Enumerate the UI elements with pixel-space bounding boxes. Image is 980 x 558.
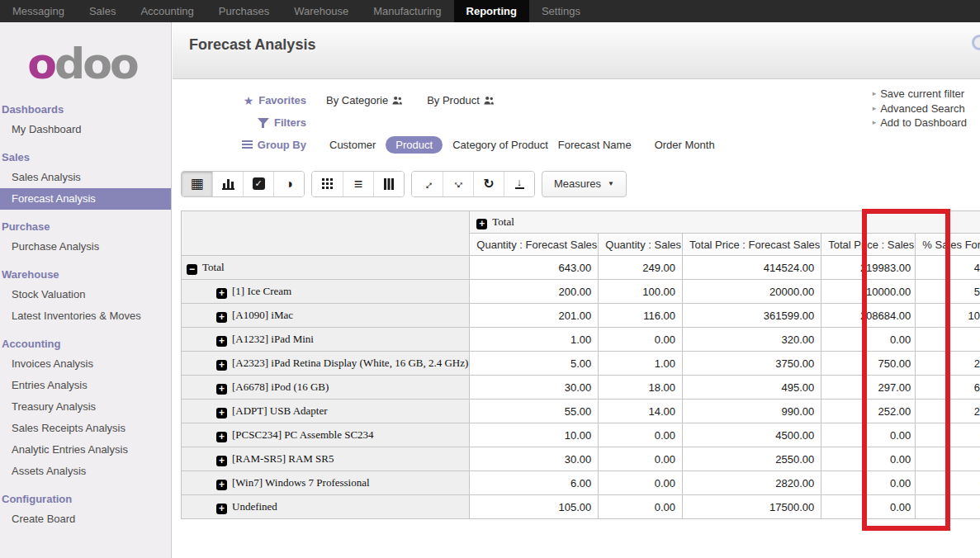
pivot-value-cell: 20.00 — [916, 352, 980, 376]
expand-row-icon[interactable]: + — [216, 456, 227, 466]
link-save-current-filter[interactable]: ▸Save current filter — [873, 87, 967, 102]
pivot-value-cell: 5.00 — [470, 352, 599, 376]
pivot-column-header-total-price-forecast-sales[interactable]: Total Price : Forecast Sales — [683, 234, 821, 256]
pivot-row-label[interactable]: [ADPT] USB Adapter — [232, 404, 328, 417]
table-icon: ▦ — [190, 177, 203, 191]
pivot-column-header-quantity-forecast-sales[interactable]: Quantity : Forecast Sales — [470, 234, 599, 256]
sidebar-item-treasury-analysis[interactable]: Treasury Analysis — [0, 396, 171, 418]
groupby-option-order-month[interactable]: Order Month — [655, 139, 715, 151]
sidebar-item-entries-analysis[interactable]: Entries Analysis — [0, 375, 171, 396]
expand-row-icon[interactable]: + — [216, 432, 227, 442]
pivot-row-label[interactable]: Total — [202, 261, 225, 273]
sidebar-item-forecast-analysis[interactable]: Forecast Analysis — [0, 188, 171, 210]
nav-item-manufacturing[interactable]: Manufacturing — [361, 0, 453, 22]
pivot-row-label[interactable]: [A2323] iPad Retina Display (White, 16 G… — [232, 357, 468, 369]
pivot-value-cell: 30.00 — [470, 447, 599, 471]
link-label: Save current filter — [880, 87, 964, 102]
expand-button[interactable]: ↔ — [412, 172, 443, 196]
link-advanced-search[interactable]: ▸Advanced Search — [873, 102, 967, 116]
pivot-row-header: +[1] Ice Cream — [182, 280, 470, 304]
pivot-value-cell: 1.00 — [599, 352, 683, 376]
refresh-button[interactable]: ↻ — [473, 172, 504, 196]
toolbar-group-layout-switcher: ≡ — [311, 171, 405, 197]
pivot-value-cell: 6.00 — [470, 471, 599, 495]
pivot-row-label[interactable]: [1] Ice Cream — [232, 285, 291, 297]
nav-item-messaging[interactable]: Messaging — [0, 0, 77, 22]
groupby-option-forecast-name[interactable]: Forecast Name — [558, 139, 632, 151]
pivot-row-label[interactable]: [A6678] iPod (16 GB) — [232, 381, 329, 393]
nav-item-reporting[interactable]: Reporting — [454, 0, 529, 22]
favorite-filter-by-categorie[interactable]: By Categorie — [326, 94, 402, 106]
expand-row-icon[interactable]: + — [216, 504, 227, 514]
pivot-value-cell: 361599.00 — [683, 304, 821, 328]
nav-item-warehouse[interactable]: Warehouse — [282, 0, 361, 22]
pivot-row-label[interactable]: [A1232] iPad Mini — [232, 333, 314, 345]
bar-chart-view-button[interactable] — [212, 172, 243, 196]
expand-row-icon[interactable]: + — [216, 384, 227, 395]
pivot-row-label[interactable]: [PCSC234] PC Assemble SC234 — [232, 428, 374, 441]
sidebar-item-invoices-analysis[interactable]: Invoices Analysis — [0, 353, 171, 375]
expand-all-button[interactable]: ↔↔ — [443, 172, 473, 196]
expand-row-icon[interactable]: + — [216, 312, 227, 323]
favorite-filter-by-product[interactable]: By Product — [427, 94, 494, 106]
pivot-value-cell: 0.00 — [916, 328, 980, 352]
favorites-row: ★ Favorites By CategorieBy Product — [173, 89, 980, 111]
sidebar-item-stock-valuation[interactable]: Stock Valuation — [0, 284, 171, 305]
sidebar-item-assets-analysis[interactable]: Assets Analysis — [0, 461, 171, 482]
table-view-button[interactable]: ▦ — [182, 172, 212, 196]
nav-item-accounting[interactable]: Accounting — [128, 0, 206, 22]
expand-row-icon[interactable]: + — [216, 408, 227, 418]
sidebar-item-purchase-analysis[interactable]: Purchase Analysis — [0, 236, 171, 258]
heatmap-row-button[interactable]: ✓ — [243, 172, 273, 196]
expand-row-icon[interactable]: + — [216, 288, 227, 299]
grid-button[interactable] — [312, 172, 343, 196]
sidebar-item-my-dashboard[interactable]: My Dashboard — [0, 119, 171, 140]
sidebar-item-create-board[interactable]: Create Board — [0, 508, 171, 530]
pivot-row: +[ADPT] USB Adapter55.0014.00990.00252.0… — [182, 400, 980, 423]
pivot-column-header-sales-forecast[interactable]: % Sales Forecast — [916, 234, 980, 256]
pivot-column-header-total-price-sales[interactable]: Total Price : Sales — [821, 234, 916, 256]
expand-row-icon[interactable]: + — [216, 480, 227, 490]
groupby-option-product[interactable]: Product — [386, 136, 443, 154]
groupby-option-category-of-product[interactable]: Category of Product — [452, 139, 548, 151]
rows-button[interactable]: ≡ — [343, 172, 373, 196]
filters-toggle[interactable]: Filters — [173, 116, 306, 129]
groupby-toggle[interactable]: Group By — [173, 139, 306, 151]
favorites-toggle[interactable]: ★ Favorites — [173, 94, 306, 107]
collapse-row-icon[interactable]: − — [187, 264, 197, 275]
nav-item-purchases[interactable]: Purchases — [206, 0, 282, 22]
sidebar-item-sales-analysis[interactable]: Sales Analysis — [0, 167, 171, 188]
download-button[interactable]: ↓ — [504, 172, 534, 196]
sidebar-item-sales-receipts-analysis[interactable]: Sales Receipts Analysis — [0, 418, 171, 439]
columns-button[interactable] — [373, 172, 404, 196]
groupby-option-customer[interactable]: Customer — [329, 139, 376, 151]
pivot-value-cell: 2820.00 — [683, 471, 821, 495]
link-add-to-dashboard[interactable]: ▸Add to Dashboard — [873, 116, 967, 130]
pivot-table: +TotalQuantity : Forecast SalesQuantity … — [181, 210, 980, 519]
pivot-value-cell: 495.00 — [683, 376, 821, 400]
pivot-row-label[interactable]: [Win7] Windows 7 Professional — [232, 476, 370, 489]
arrows-alt-icon: ↔↔ — [452, 177, 466, 191]
expand-diagonal-icon: ↔ — [418, 174, 437, 193]
nav-item-settings[interactable]: Settings — [529, 0, 593, 22]
pivot-row-label[interactable]: [RAM-SR5] RAM SR5 — [232, 452, 334, 465]
expand-row-icon[interactable]: + — [216, 360, 227, 371]
funnel-icon — [258, 118, 269, 125]
pivot-column-header-quantity-sales[interactable]: Quantity : Sales — [599, 234, 683, 256]
heatmap-button[interactable]: ◑ — [273, 172, 304, 196]
pivot-value-cell: 0.00 — [599, 471, 683, 495]
expand-column-icon[interactable]: + — [476, 219, 487, 229]
pivot-row-label[interactable]: [A1090] iMac — [232, 309, 293, 321]
columns-icon — [384, 178, 394, 190]
sidebar-item-latest-inventories-moves[interactable]: Latest Inventories & Moves — [0, 305, 171, 327]
pivot-row-header: +[RAM-SR5] RAM SR5 — [182, 447, 470, 471]
groupby-label: Group By — [258, 139, 306, 151]
pivot-row-label[interactable]: Undefined — [232, 500, 277, 513]
sidebar-item-analytic-entries-analysis[interactable]: Analytic Entries Analysis — [0, 439, 171, 461]
odoo-logo-first-letter: o — [27, 39, 54, 88]
nav-item-sales[interactable]: Sales — [77, 0, 129, 22]
pivot-column-group[interactable]: +Total — [470, 211, 980, 234]
expand-row-icon[interactable]: + — [216, 336, 227, 347]
measures-button[interactable]: Measures▼ — [542, 171, 627, 197]
pivot-header-row: +Total — [182, 211, 980, 234]
